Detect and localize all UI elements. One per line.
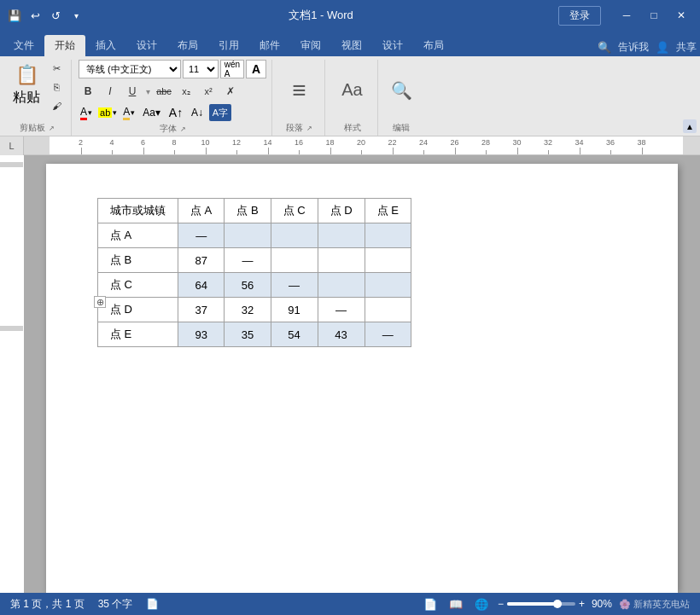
cell-1-2 bbox=[271, 248, 318, 273]
tab-design[interactable]: 设计 bbox=[126, 35, 167, 56]
document-page: ⊕ 城市或城镇 点 A 点 B 点 C 点 D 点 E 点 A—点 B87—点 … bbox=[46, 164, 678, 593]
editing-icon[interactable]: 🔍 bbox=[386, 75, 417, 106]
read-view-button[interactable]: 📖 bbox=[446, 595, 465, 612]
style-content: Aa bbox=[332, 60, 372, 120]
cell-2-3 bbox=[318, 273, 365, 298]
tab-references[interactable]: 引用 bbox=[208, 35, 249, 56]
tab-file[interactable]: 文件 bbox=[3, 35, 44, 56]
document-scroll: ⊕ 城市或城镇 点 A 点 B 点 C 点 D 点 E 点 A—点 B87—点 … bbox=[24, 155, 700, 593]
undo-icon[interactable]: ↩ bbox=[27, 8, 43, 23]
zoom-track[interactable] bbox=[507, 602, 575, 606]
tab-design2[interactable]: 设计 bbox=[372, 35, 413, 56]
text-color-button[interactable]: A ▾ bbox=[121, 105, 137, 121]
redo-icon[interactable]: ↺ bbox=[48, 8, 63, 23]
font-size-dec[interactable]: A↓ bbox=[188, 104, 207, 121]
zoom-in-button[interactable]: + bbox=[579, 598, 585, 610]
clipboard-side: ✂ ⎘ 🖌 bbox=[47, 60, 66, 114]
cell-1-1: — bbox=[225, 248, 271, 273]
italic-button[interactable]: I bbox=[101, 83, 120, 100]
data-table: 城市或城镇 点 A 点 B 点 C 点 D 点 E 点 A—点 B87—点 C6… bbox=[97, 198, 411, 347]
aa-button[interactable]: Aa▾ bbox=[139, 106, 164, 119]
font-label: 字体 ↗ bbox=[79, 121, 266, 135]
collapse-ribbon-button[interactable]: ▲ bbox=[683, 119, 697, 133]
ribbon-body: 📋 粘贴 ✂ ⎘ 🖌 剪贴板 ↗ 等线 (中文正文) 11 wé bbox=[0, 56, 700, 136]
status-bar: 第 1 页，共 1 页 35 个字 📄 📄 📖 🌐 − + 90% 🌸 新精英充… bbox=[0, 593, 700, 615]
tab-layout[interactable]: 布局 bbox=[167, 35, 208, 56]
watermark-label: 🌸 新精英充电站 bbox=[619, 598, 690, 611]
close-button[interactable]: ✕ bbox=[669, 3, 693, 27]
font-name-select[interactable]: 等线 (中文正文) bbox=[79, 60, 181, 78]
highlight-dropdown[interactable]: ▾ bbox=[113, 108, 117, 117]
zoom-thumb[interactable] bbox=[553, 600, 562, 608]
share-label[interactable]: 共享 bbox=[676, 40, 697, 55]
header-d: 点 D bbox=[318, 199, 365, 223]
underline-button[interactable]: U bbox=[123, 83, 142, 100]
strikethrough-button[interactable]: abc bbox=[155, 83, 173, 100]
format-painter-button[interactable]: 🖌 bbox=[47, 97, 66, 114]
search-icon: 🔍 bbox=[598, 41, 611, 54]
style-label: 样式 bbox=[332, 120, 372, 134]
zoom-bar: − + bbox=[498, 598, 585, 610]
header-a: 点 A bbox=[178, 199, 225, 223]
font-expand-icon[interactable]: ↗ bbox=[180, 125, 186, 133]
paste-button[interactable]: 📋 粘贴 bbox=[9, 60, 44, 108]
save-icon[interactable]: 💾 bbox=[7, 8, 22, 23]
tab-insert[interactable]: 插入 bbox=[85, 35, 126, 56]
font-color-icon: A bbox=[80, 106, 87, 120]
clear-format-button[interactable]: ✗ bbox=[221, 83, 240, 100]
ribbon-collapse-area: ▲ bbox=[683, 60, 697, 136]
cell-4-3: 43 bbox=[318, 322, 365, 347]
web-view-button[interactable]: 🌐 bbox=[472, 595, 491, 612]
ruler: L 2468101214161820222426283032343638 bbox=[0, 136, 700, 155]
tab-mailings[interactable]: 邮件 bbox=[249, 35, 290, 56]
tab-view[interactable]: 视图 bbox=[331, 35, 372, 56]
zoom-out-button[interactable]: − bbox=[498, 598, 504, 610]
tab-layout2[interactable]: 布局 bbox=[413, 35, 454, 56]
header-city: 城市或城镇 bbox=[98, 199, 178, 223]
minimize-button[interactable]: ─ bbox=[615, 3, 639, 27]
font-top-row: 等线 (中文正文) 11 wénA A bbox=[79, 60, 266, 78]
maximize-button[interactable]: □ bbox=[642, 3, 666, 27]
clipboard-expand-icon[interactable]: ↗ bbox=[49, 125, 55, 132]
wen-button[interactable]: wénA bbox=[220, 60, 244, 78]
paragraph-group: ≡ 段落 ↗ bbox=[274, 60, 325, 136]
login-button[interactable]: 登录 bbox=[558, 6, 601, 26]
subscript-button[interactable]: x₂ bbox=[177, 83, 195, 100]
tab-review[interactable]: 审阅 bbox=[290, 35, 331, 56]
print-view-button[interactable]: 📄 bbox=[421, 595, 440, 612]
table-move-handle[interactable]: ⊕ bbox=[94, 296, 106, 308]
table-row: 点 E93355443— bbox=[98, 322, 411, 347]
copy-button[interactable]: ⎘ bbox=[47, 78, 66, 96]
char-button[interactable]: A字 bbox=[209, 104, 231, 121]
highlight-button[interactable]: ab ▾ bbox=[96, 107, 119, 119]
titlebar-controls: 登录 ─ □ ✕ bbox=[558, 3, 693, 27]
more-icon[interactable]: ▾ bbox=[68, 8, 84, 23]
table-row: 点 B87— bbox=[98, 248, 411, 273]
editing-label: 编辑 bbox=[385, 120, 417, 134]
cell-2-0: 64 bbox=[178, 273, 225, 298]
fontA-button[interactable]: A bbox=[246, 60, 266, 78]
font-color-dropdown[interactable]: ▾ bbox=[88, 108, 92, 117]
row-label: 点 B bbox=[98, 248, 178, 273]
search-label[interactable]: 告诉我 bbox=[618, 40, 649, 55]
tab-home[interactable]: 开始 bbox=[44, 35, 85, 56]
clipboard-group: 📋 粘贴 ✂ ⎘ 🖌 剪贴板 ↗ bbox=[3, 60, 72, 136]
cell-0-0: — bbox=[178, 223, 225, 248]
paragraph-expand-icon[interactable]: ↗ bbox=[306, 125, 312, 132]
paragraph-icon[interactable]: ≡ bbox=[281, 72, 318, 109]
font-content: 等线 (中文正文) 11 wénA A B I U ▾ abc x₂ x² ✗ bbox=[79, 60, 266, 121]
font-size-inc[interactable]: A↑ bbox=[166, 104, 185, 121]
cut-button[interactable]: ✂ bbox=[47, 60, 66, 77]
bold-button[interactable]: B bbox=[79, 83, 97, 100]
titlebar-left: 💾 ↩ ↺ ▾ bbox=[7, 8, 84, 23]
font-mid-row: B I U ▾ abc x₂ x² ✗ bbox=[79, 83, 240, 100]
superscript-button[interactable]: x² bbox=[199, 83, 218, 100]
clipboard-content: 📋 粘贴 ✂ ⎘ 🖌 bbox=[9, 60, 66, 120]
font-color-button[interactable]: A ▾ bbox=[79, 105, 94, 121]
font-size-select[interactable]: 11 bbox=[183, 60, 219, 78]
header-e: 点 E bbox=[365, 199, 411, 223]
text-color-dropdown[interactable]: ▾ bbox=[131, 108, 135, 117]
row-label: 点 E bbox=[98, 322, 178, 347]
ruler-left-marker: L bbox=[0, 136, 24, 155]
style-icon[interactable]: Aa bbox=[334, 72, 371, 109]
